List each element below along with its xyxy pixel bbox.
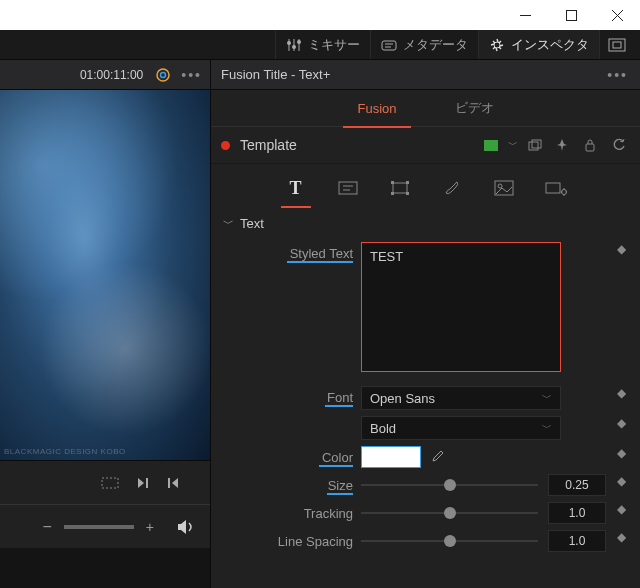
text-section: ﹀ Text Styled Text ◆ Font Open Sans ﹀	[211, 208, 640, 559]
template-header[interactable]: Template ﹀	[211, 126, 640, 164]
styled-text-input[interactable]	[361, 242, 561, 372]
inspector-icon	[489, 37, 505, 53]
svg-rect-10	[613, 42, 621, 48]
keyframe-font-weight[interactable]: ◆	[614, 416, 628, 430]
label-line-spacing: Line Spacing	[223, 530, 353, 549]
plus-button[interactable]: +	[146, 519, 154, 535]
keyframe-color[interactable]: ◆	[614, 446, 628, 460]
svg-point-28	[498, 184, 502, 188]
minus-button[interactable]: −	[42, 518, 51, 536]
svg-rect-29	[546, 183, 560, 193]
eyedropper-icon[interactable]	[429, 449, 445, 465]
line-spacing-slider[interactable]	[361, 531, 538, 551]
tooltab-layout[interactable]	[335, 174, 361, 202]
svg-point-2	[287, 41, 291, 45]
lock-icon[interactable]	[584, 138, 602, 152]
left-panel: 01:00:11:00 ••• BLACKMAGIC DESIGN KOBO −…	[0, 60, 210, 588]
enable-dot-icon[interactable]	[221, 141, 230, 150]
color-swatch[interactable]	[361, 446, 421, 468]
keyframe-styled-text[interactable]: ◆	[614, 242, 628, 256]
image-tab-icon	[494, 180, 514, 196]
keyframe-tracking[interactable]: ◆	[614, 502, 628, 516]
next-frame-icon[interactable]	[136, 476, 150, 490]
layout-tab-icon	[338, 180, 358, 196]
window-maximize-button[interactable]	[548, 0, 594, 30]
panel-options-icon[interactable]: •••	[605, 67, 630, 83]
toolbar-inspector[interactable]: インスペクタ	[478, 30, 599, 59]
viewer-header: 01:00:11:00 •••	[0, 60, 210, 90]
tracking-value[interactable]: 1.0	[548, 502, 606, 524]
tooltab-transform[interactable]	[387, 174, 413, 202]
new-window-icon[interactable]	[528, 139, 546, 151]
label-font: Font	[223, 386, 353, 405]
prev-frame-icon[interactable]	[166, 476, 180, 490]
minimize-icon	[520, 15, 531, 16]
version-color-icon[interactable]	[484, 140, 498, 151]
mute-icon[interactable]	[176, 519, 196, 535]
panel-tabs: Fusion ビデオ	[211, 90, 640, 126]
label-font-weight	[223, 416, 353, 420]
toolbar-mixer[interactable]: ミキサー	[275, 30, 370, 59]
svg-rect-26	[406, 192, 409, 195]
svg-rect-9	[609, 39, 625, 51]
label-size: Size	[223, 474, 353, 493]
section-label: Text	[240, 216, 264, 231]
toolbar-mixer-label: ミキサー	[308, 36, 360, 54]
tooltab-shading[interactable]	[439, 174, 465, 202]
tab-fusion[interactable]: Fusion	[353, 95, 400, 122]
viewer[interactable]: BLACKMAGIC DESIGN KOBO	[0, 90, 210, 460]
window-minimize-button[interactable]	[502, 0, 548, 30]
transport-strip	[0, 460, 210, 504]
svg-rect-22	[393, 183, 407, 193]
toolbar-inspector-label: インスペクタ	[511, 36, 589, 54]
svg-rect-18	[586, 144, 594, 151]
svg-rect-23	[391, 181, 394, 184]
version-dropdown-icon[interactable]: ﹀	[508, 138, 518, 152]
brush-tab-icon	[443, 179, 461, 197]
font-weight-select[interactable]: Bold ﹀	[361, 416, 561, 440]
svg-rect-0	[520, 15, 531, 16]
panel-title: Fusion Title - Text+	[221, 67, 330, 82]
timecode[interactable]: 01:00:11:00	[80, 68, 147, 82]
prop-font-weight: Bold ﹀ ◆	[223, 413, 628, 443]
panel-title-row: Fusion Title - Text+ •••	[211, 60, 640, 90]
prop-color: Color ◆	[223, 443, 628, 471]
tooltab-settings[interactable]	[543, 174, 569, 202]
size-slider[interactable]	[361, 475, 538, 495]
bypass-icon[interactable]	[155, 67, 171, 83]
toolbar-metadata[interactable]: メタデータ	[370, 30, 478, 59]
section-header-text[interactable]: ﹀ Text	[223, 212, 628, 239]
svg-rect-15	[168, 478, 170, 488]
keyframe-font[interactable]: ◆	[614, 386, 628, 400]
window-close-button[interactable]	[594, 0, 640, 30]
size-value[interactable]: 0.25	[548, 474, 606, 496]
prop-font: Font Open Sans ﹀ ◆	[223, 383, 628, 413]
volume-track[interactable]	[64, 525, 134, 529]
keyframe-size[interactable]: ◆	[614, 474, 628, 488]
svg-rect-25	[391, 192, 394, 195]
tooltab-text[interactable]: T	[283, 174, 309, 202]
tracking-slider[interactable]	[361, 503, 538, 523]
toolbar-metadata-label: メタデータ	[403, 36, 468, 54]
tooltab-image[interactable]	[491, 174, 517, 202]
close-icon	[612, 10, 623, 21]
pin-icon[interactable]	[556, 138, 574, 152]
font-weight-value: Bold	[370, 421, 396, 436]
settings-tab-icon	[545, 180, 567, 196]
line-spacing-value[interactable]: 1.0	[548, 530, 606, 552]
loop-icon[interactable]	[100, 476, 120, 490]
viewer-options-icon[interactable]: •••	[179, 67, 204, 83]
reset-icon[interactable]	[612, 138, 630, 152]
tab-video[interactable]: ビデオ	[451, 93, 498, 123]
chevron-down-icon: ﹀	[542, 421, 552, 435]
svg-rect-19	[339, 182, 357, 194]
font-select[interactable]: Open Sans ﹀	[361, 386, 561, 410]
keyframe-line-spacing[interactable]: ◆	[614, 530, 628, 544]
prop-tracking: Tracking 1.0 ◆	[223, 499, 628, 527]
tool-tabs: T	[211, 164, 640, 208]
prop-styled-text: Styled Text ◆	[223, 239, 628, 375]
window-titlebar	[0, 0, 640, 30]
toolbar-layout[interactable]	[599, 30, 634, 59]
svg-point-4	[297, 40, 301, 44]
template-label: Template	[240, 137, 297, 153]
